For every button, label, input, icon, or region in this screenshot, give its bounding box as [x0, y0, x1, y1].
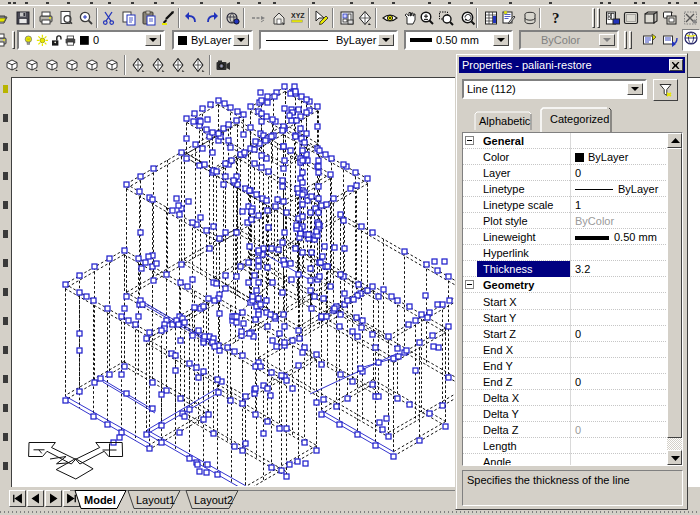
svg-text:Model: Model: [84, 494, 116, 506]
svg-text:Categorized: Categorized: [550, 113, 609, 125]
svg-text:Layout1: Layout1: [136, 494, 175, 506]
svg-text:?: ?: [552, 10, 560, 26]
svg-text:Alphabetic: Alphabetic: [479, 115, 531, 127]
svg-text:XYZ: XYZ: [291, 12, 305, 19]
svg-text:Layout2: Layout2: [194, 494, 233, 506]
